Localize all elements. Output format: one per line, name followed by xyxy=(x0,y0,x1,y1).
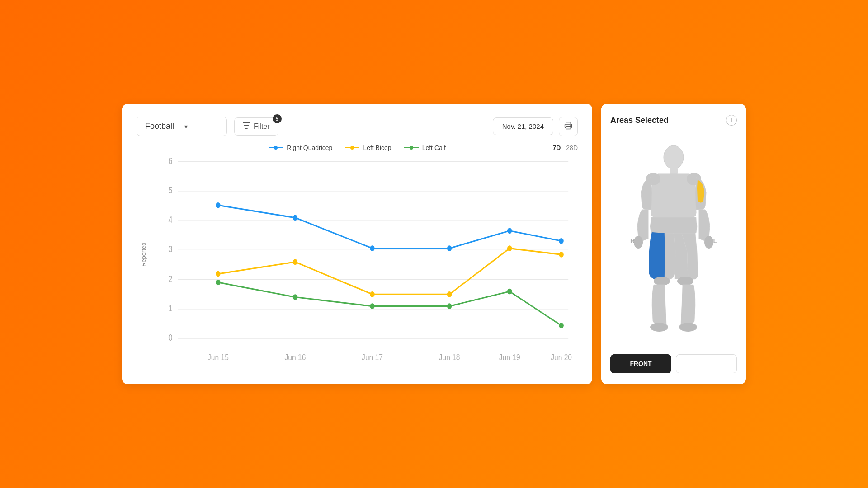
legend-label-calf: Left Calf xyxy=(422,144,446,151)
legend-item-calf: Left Calf xyxy=(404,144,446,151)
filter-button[interactable]: Filter 5 xyxy=(234,117,278,136)
svg-point-39 xyxy=(507,245,512,251)
view-toggle: FRONT xyxy=(610,354,737,373)
panel-header: Areas Selected i xyxy=(610,115,737,126)
svg-point-56 xyxy=(679,323,697,332)
svg-point-54 xyxy=(677,277,693,286)
svg-text:Jun 20: Jun 20 xyxy=(551,352,572,362)
print-icon xyxy=(564,122,572,131)
svg-point-29 xyxy=(216,202,220,208)
svg-point-6 xyxy=(350,146,354,150)
svg-text:Jun 19: Jun 19 xyxy=(499,352,520,362)
svg-point-34 xyxy=(559,238,563,244)
line-chart: 6 5 4 3 2 1 0 Jun 15 Jun 16 Jun 17 Jun 1… xyxy=(155,156,578,371)
chart-header: Football ▾ Filter 5 Nov. 21, 2024 xyxy=(137,117,578,136)
front-button[interactable]: FRONT xyxy=(610,354,671,373)
svg-point-43 xyxy=(370,303,374,309)
back-button[interactable] xyxy=(676,354,737,373)
time-7d-button[interactable]: 7D xyxy=(552,144,561,151)
svg-text:2: 2 xyxy=(168,273,172,284)
chart-panel: Football ▾ Filter 5 Nov. 21, 2024 xyxy=(122,104,592,384)
svg-point-31 xyxy=(370,245,374,251)
svg-point-51 xyxy=(634,236,643,249)
svg-point-37 xyxy=(370,291,374,297)
svg-text:Jun 17: Jun 17 xyxy=(362,352,383,362)
sport-dropdown[interactable]: Football ▾ xyxy=(137,117,227,136)
legend-line-quadricep xyxy=(269,145,283,150)
svg-point-47 xyxy=(664,145,684,169)
legend-item-quadricep: Right Quadricep xyxy=(269,144,332,151)
filter-badge: 5 xyxy=(273,114,282,123)
svg-text:Jun 15: Jun 15 xyxy=(208,352,229,362)
svg-point-41 xyxy=(216,280,220,286)
yellow-line xyxy=(218,249,561,295)
svg-point-32 xyxy=(447,245,452,251)
svg-point-45 xyxy=(507,289,512,295)
svg-text:1: 1 xyxy=(168,303,172,313)
print-button[interactable] xyxy=(559,117,578,136)
svg-text:0: 0 xyxy=(168,333,172,343)
body-panel: Areas Selected i R L xyxy=(601,104,746,384)
svg-point-55 xyxy=(650,323,668,332)
body-svg xyxy=(628,143,719,337)
filter-label: Filter xyxy=(254,122,270,131)
legend-line-calf xyxy=(404,145,419,150)
svg-point-30 xyxy=(293,215,297,221)
svg-point-36 xyxy=(293,259,297,265)
svg-point-52 xyxy=(704,236,713,249)
y-axis-label: Reported xyxy=(140,243,147,267)
date-button[interactable]: Nov. 21, 2024 xyxy=(493,117,553,135)
svg-point-2 xyxy=(570,125,571,126)
panel-title: Areas Selected xyxy=(610,116,669,125)
date-label: Nov. 21, 2024 xyxy=(502,122,544,130)
legend-label-bicep: Left Bicep xyxy=(363,144,391,151)
time-28d-button[interactable]: 28D xyxy=(566,144,578,151)
legend-item-bicep: Left Bicep xyxy=(345,144,391,151)
svg-point-8 xyxy=(410,146,413,150)
header-left: Football ▾ Filter 5 xyxy=(137,117,278,136)
svg-point-38 xyxy=(447,291,452,297)
legend-label-quadricep: Right Quadricep xyxy=(287,144,332,151)
svg-text:Jun 18: Jun 18 xyxy=(439,352,460,362)
legend-line-bicep xyxy=(345,145,359,150)
svg-rect-1 xyxy=(566,126,571,129)
svg-point-40 xyxy=(559,252,563,258)
svg-point-35 xyxy=(216,271,220,277)
svg-point-4 xyxy=(274,146,278,150)
svg-text:6: 6 xyxy=(168,156,172,166)
body-figure: R L xyxy=(610,133,737,349)
chart-legend: Right Quadricep Left Bicep Left Calf 7D … xyxy=(137,144,578,151)
svg-text:Jun 16: Jun 16 xyxy=(285,352,306,362)
svg-text:3: 3 xyxy=(168,244,172,254)
svg-point-33 xyxy=(507,228,512,234)
time-toggle: 7D 28D xyxy=(552,144,578,151)
svg-point-53 xyxy=(654,277,670,286)
info-icon[interactable]: i xyxy=(726,115,737,126)
svg-text:4: 4 xyxy=(168,215,172,225)
sport-label: Football xyxy=(145,122,179,131)
svg-rect-0 xyxy=(566,122,571,124)
svg-point-42 xyxy=(293,294,297,300)
svg-point-44 xyxy=(447,303,452,309)
header-right: Nov. 21, 2024 xyxy=(493,117,578,136)
chart-area: Reported 6 5 4 3 2 1 0 Jun 15 xyxy=(137,156,578,371)
chevron-down-icon: ▾ xyxy=(184,123,218,130)
svg-text:5: 5 xyxy=(168,185,172,195)
svg-point-46 xyxy=(559,323,563,328)
filter-icon xyxy=(243,122,250,131)
blue-line xyxy=(218,205,561,248)
